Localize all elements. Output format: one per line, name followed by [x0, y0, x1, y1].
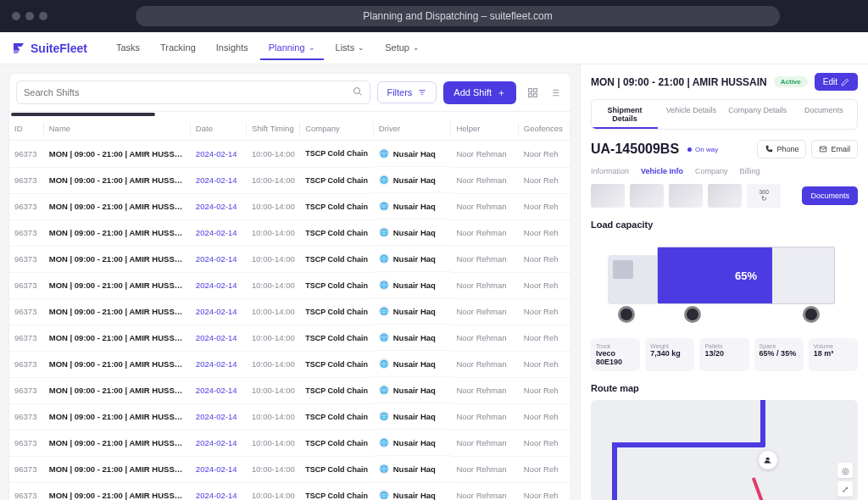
- view-grid-icon[interactable]: [523, 83, 542, 102]
- vehicle-thumbnails: 360 ↻ Documents: [591, 184, 858, 208]
- globe-icon: 🌐: [379, 175, 389, 185]
- rotate-360-button[interactable]: 360 ↻: [747, 184, 781, 208]
- table-row[interactable]: 96373 MON | 09:00 - 21:00 | AMIR HUSSAIN…: [9, 141, 570, 168]
- column-header[interactable]: Name: [44, 117, 191, 141]
- table-row[interactable]: 96373 MON | 09:00 - 21:00 | AMIR HUSSAIN…: [9, 272, 570, 298]
- plus-icon: ＋: [497, 86, 506, 99]
- truck-capacity-graphic: 65%: [591, 236, 858, 330]
- vehicle-thumbnail[interactable]: [669, 184, 703, 208]
- svg-rect-1: [528, 88, 531, 92]
- route-map[interactable]: ◎ ⤢: [591, 400, 858, 500]
- table-row[interactable]: 96373 MON | 09:00 - 21:00 | AMIR HUSSAIN…: [9, 298, 570, 325]
- globe-icon: 🌐: [379, 437, 389, 447]
- subtab[interactable]: Company: [695, 167, 728, 175]
- map-vehicle-pin[interactable]: [759, 451, 777, 469]
- section-tab[interactable]: Company Details: [725, 100, 791, 129]
- table-row[interactable]: 96373 MON | 09:00 - 21:00 | AMIR HUSSAIN…: [9, 377, 570, 403]
- nav-item-lists[interactable]: Lists⌄: [327, 36, 374, 60]
- main-nav: TasksTrackingInsightsPlanning⌄Lists⌄Setu…: [108, 36, 428, 60]
- globe-icon: 🌐: [379, 358, 389, 369]
- subtab[interactable]: Information: [591, 167, 629, 175]
- section-tab[interactable]: Shipment Details: [592, 100, 658, 129]
- column-header[interactable]: ID: [9, 117, 44, 141]
- nav-item-tracking[interactable]: Tracking: [152, 36, 204, 60]
- nav-item-setup[interactable]: Setup⌄: [376, 36, 428, 60]
- table-row[interactable]: 96373 MON | 09:00 - 21:00 | AMIR HUSSAIN…: [9, 456, 570, 482]
- table-row[interactable]: 96373 MON | 09:00 - 21:00 | AMIR HUSSAIN…: [9, 351, 570, 377]
- nav-item-insights[interactable]: Insights: [208, 36, 257, 60]
- svg-point-0: [354, 88, 360, 94]
- stat-box: Volume18 m³: [809, 338, 858, 371]
- column-header[interactable]: Helper: [451, 117, 518, 141]
- globe-icon: 🌐: [379, 253, 389, 264]
- globe-icon: 🌐: [379, 227, 389, 237]
- filters-button[interactable]: Filters: [377, 81, 437, 103]
- table-row[interactable]: 96373 MON | 09:00 - 21:00 | AMIR HUSSAIN…: [9, 403, 570, 430]
- map-target-button[interactable]: ◎: [837, 463, 853, 478]
- documents-button[interactable]: Documents: [802, 186, 858, 205]
- load-percent: 65%: [657, 247, 835, 304]
- email-button[interactable]: Email: [811, 140, 858, 158]
- subtab[interactable]: Vehicle Info: [641, 167, 683, 175]
- search-input-wrap[interactable]: [16, 81, 370, 104]
- globe-icon: 🌐: [379, 201, 389, 211]
- globe-icon: 🌐: [379, 385, 389, 395]
- table-row[interactable]: 96373 MON | 09:00 - 21:00 | AMIR HUSSAIN…: [9, 325, 570, 351]
- section-tab[interactable]: Documents: [791, 100, 857, 129]
- table-row[interactable]: 96373 MON | 09:00 - 21:00 | AMIR HUSSAIN…: [9, 193, 570, 219]
- chevron-down-icon: ⌄: [358, 43, 364, 52]
- table-row[interactable]: 96373 MON | 09:00 - 21:00 | AMIR HUSSAIN…: [9, 430, 570, 456]
- chevron-down-icon: ⌄: [309, 43, 315, 52]
- detail-panel: MON | 09:00 - 21:00 | AMIR HUSSAIN Activ…: [580, 64, 868, 500]
- map-fullscreen-button[interactable]: ⤢: [837, 481, 853, 497]
- column-header[interactable]: Driver: [374, 117, 452, 141]
- app-header: SuiteFleet TasksTrackingInsightsPlanning…: [0, 32, 868, 64]
- add-shift-button[interactable]: Add Shift ＋: [443, 81, 516, 104]
- svg-rect-4: [533, 93, 537, 97]
- filter-icon: [417, 88, 427, 97]
- svg-rect-2: [533, 88, 537, 92]
- window-controls[interactable]: [12, 12, 47, 20]
- rotate-icon: ↻: [761, 195, 767, 203]
- nav-item-planning[interactable]: Planning⌄: [260, 36, 324, 60]
- brand-logo[interactable]: SuiteFleet: [12, 42, 87, 55]
- status-chip: On way: [687, 146, 718, 153]
- column-header[interactable]: Date: [191, 117, 247, 141]
- section-tab[interactable]: Vehicle Details: [658, 100, 724, 129]
- subtabs: InformationVehicle InfoCompanyBilling: [591, 167, 858, 175]
- column-header[interactable]: Shift Timing: [247, 117, 300, 141]
- nav-item-tasks[interactable]: Tasks: [108, 36, 148, 60]
- table-row[interactable]: 96373 MON | 09:00 - 21:00 | AMIR HUSSAIN…: [9, 482, 570, 500]
- globe-icon: 🌐: [379, 411, 389, 421]
- table-row[interactable]: 96373 MON | 09:00 - 21:00 | AMIR HUSSAIN…: [9, 167, 570, 193]
- view-list-icon[interactable]: [545, 83, 564, 102]
- stat-box: Weight7,340 kg: [645, 338, 694, 371]
- load-capacity-title: Load capacity: [591, 219, 858, 230]
- vehicle-stats: TruckIveco 80E190Weight7,340 kgPallets13…: [591, 338, 858, 371]
- column-header[interactable]: Company: [300, 117, 374, 141]
- column-header[interactable]: Geofences: [519, 117, 570, 141]
- browser-chrome: Planning and Dispatching – suitefleet.co…: [0, 0, 868, 32]
- vehicle-id: UA-145009BS: [591, 142, 679, 157]
- globe-icon: 🌐: [379, 280, 389, 290]
- search-icon: [353, 85, 363, 100]
- vehicle-thumbnail[interactable]: [591, 184, 625, 208]
- vehicle-thumbnail[interactable]: [708, 184, 742, 208]
- stat-box: TruckIveco 80E190: [591, 338, 640, 371]
- table-row[interactable]: 96373 MON | 09:00 - 21:00 | AMIR HUSSAIN…: [9, 219, 570, 246]
- phone-icon: [765, 145, 773, 153]
- table-row[interactable]: 96373 MON | 09:00 - 21:00 | AMIR HUSSAIN…: [9, 246, 570, 272]
- url-bar[interactable]: Planning and Dispatching – suitefleet.co…: [136, 6, 780, 26]
- phone-button[interactable]: Phone: [757, 140, 806, 158]
- section-tabs: Shipment DetailsVehicle DetailsCompany D…: [591, 99, 858, 130]
- search-input[interactable]: [24, 87, 353, 97]
- shifts-table: IDNameDateShift TimingCompanyDriverHelpe…: [9, 117, 570, 500]
- pencil-icon: [841, 78, 849, 86]
- subtab[interactable]: Billing: [740, 167, 760, 175]
- route-map-title: Route map: [591, 383, 858, 393]
- email-icon: [819, 145, 827, 153]
- vehicle-thumbnail[interactable]: [630, 184, 664, 208]
- stat-box: Space65% / 35%: [754, 338, 804, 371]
- edit-button[interactable]: Edit: [815, 73, 858, 91]
- chevron-down-icon: ⌄: [413, 43, 420, 52]
